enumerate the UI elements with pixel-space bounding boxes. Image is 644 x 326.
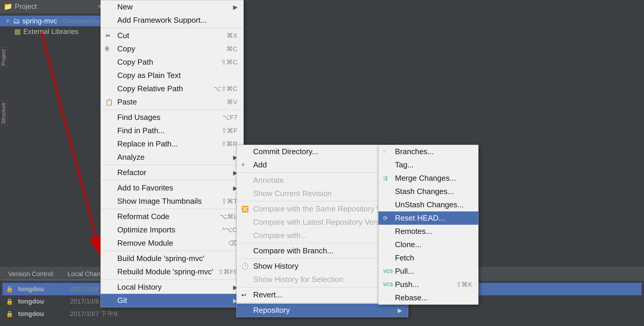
remove-module-shortcut: ⌫: [228, 239, 238, 247]
copy-relative-shortcut: ⌥⇧⌘C: [214, 85, 238, 93]
menu-item-repository[interactable]: Repository ▶: [237, 304, 408, 317]
root-folder-icon: ▼: [5, 18, 11, 25]
new-arrow: ▶: [233, 4, 238, 11]
external-libraries-label: External Libraries: [23, 27, 79, 36]
menu-item-clone[interactable]: Clone...: [378, 238, 478, 251]
tab-vc-label: Version Control:: [8, 270, 55, 278]
commit-icon-0: 🔒: [6, 286, 13, 293]
menu-item-rebase[interactable]: Rebase...: [378, 291, 478, 304]
tag-label: Tag...: [395, 160, 472, 169]
rebuild-shortcut: ⇧⌘F9: [218, 268, 238, 276]
reset-head-label: Reset HEAD...: [395, 213, 472, 223]
revert-icon: ↩: [241, 291, 248, 299]
menu-item-optimize[interactable]: Optimize Imports ^⌥O: [101, 223, 243, 237]
left-side-tab-structure[interactable]: Structure: [0, 100, 8, 126]
pull-vcs-icon: VCS: [383, 269, 390, 274]
menu-item-remotes[interactable]: Remotes...: [378, 225, 478, 238]
tree-item-external[interactable]: ▦ External Libraries: [0, 26, 106, 37]
sep-2: [101, 110, 243, 110]
root-path: ~/Documents/w: [59, 18, 100, 25]
menu-item-reset-head[interactable]: ⟳ Reset HEAD...: [378, 211, 478, 225]
compare-same-icon: 🔀: [241, 206, 248, 213]
menu-item-branches[interactable]: ⑂ Branches...: [378, 145, 478, 158]
root-name: 🗂: [13, 17, 20, 25]
repository-label: Repository: [253, 306, 393, 315]
show-history-icon: 🕐: [241, 263, 248, 270]
menu-item-refactor[interactable]: Refactor ▶: [101, 166, 243, 179]
menu-item-unstash[interactable]: UnStash Changes...: [378, 198, 478, 211]
tree-item-root[interactable]: ▼ 🗂 spring-mvc ~/Documents/w: [0, 16, 106, 26]
menu-item-find-path[interactable]: Find in Path... ⇧⌘F: [101, 124, 243, 137]
menu-item-git[interactable]: Git ▶: [101, 294, 243, 307]
copy-plain-label: Copy as Plain Text: [117, 71, 238, 80]
branches-label: Branches...: [395, 147, 472, 156]
copy-path-shortcut: ⇧⌘C: [221, 58, 238, 66]
menu-item-push[interactable]: VCS Push... ⇧⌘K: [378, 278, 478, 291]
menu-item-pull[interactable]: VCS Pull...: [378, 265, 478, 278]
menu-item-replace-path[interactable]: Replace in Path... ⇧⌘R: [101, 137, 243, 151]
find-path-label: Find in Path...: [117, 126, 217, 135]
menu-item-stash[interactable]: Stash Changes...: [378, 185, 478, 198]
refactor-label: Refactor: [117, 168, 228, 177]
menu-item-copy[interactable]: ⎘ Copy ⌘C: [101, 42, 243, 56]
paste-label: Paste: [117, 97, 222, 107]
commit-icon-2: 🔒: [6, 310, 13, 317]
stash-label: Stash Changes...: [395, 187, 472, 196]
menu-item-analyze[interactable]: Analyze ▶: [101, 151, 243, 164]
project-title: Project: [15, 2, 37, 11]
branches-icon: ⑂: [383, 149, 390, 155]
menu-item-tag[interactable]: Tag...: [378, 158, 478, 172]
cut-shortcut: ⌘X: [227, 32, 238, 40]
reformat-label: Reformat Code: [117, 212, 215, 221]
menu-item-merge-changes[interactable]: ⇶ Merge Changes...: [378, 172, 478, 185]
add-favorites-label: Add to Favorites: [117, 183, 228, 193]
menu-item-rebuild[interactable]: Rebuild Module 'spring-mvc' ⇧⌘F9: [101, 265, 243, 278]
find-usages-label: Find Usages: [117, 113, 218, 122]
pull-label: Pull...: [395, 267, 472, 276]
copy-relative-label: Copy Relative Path: [117, 84, 209, 93]
folder-icon: 📁: [4, 2, 12, 11]
left-side-tab-1[interactable]: Project: [0, 47, 8, 68]
tab-version-control[interactable]: Version Control:: [2, 268, 61, 280]
menu-item-copy-plain[interactable]: Copy as Plain Text: [101, 69, 243, 82]
fetch-label: Fetch: [395, 253, 472, 263]
menu-item-cut[interactable]: ✂ Cut ⌘X: [101, 29, 243, 42]
menu-item-copy-path[interactable]: Copy Path ⇧⌘C: [101, 56, 243, 69]
menu-item-add-favorites[interactable]: Add to Favorites ▶: [101, 181, 243, 195]
sep-5: [101, 209, 243, 209]
commit-author-1: tongdou: [18, 298, 65, 305]
menu-item-copy-relative[interactable]: Copy Relative Path ⌥⇧⌘C: [101, 82, 243, 95]
push-label: Push...: [395, 280, 451, 289]
find-path-shortcut: ⇧⌘F: [222, 127, 237, 135]
menu-item-find-usages[interactable]: Find Usages ⌥F7: [101, 111, 243, 124]
menu-item-show-thumbnails[interactable]: Show Image Thumbnails ⇧⌘T: [101, 195, 243, 208]
copy-icon: ⎘: [105, 45, 113, 52]
add-label: Add: [253, 160, 379, 169]
remotes-label: Remotes...: [395, 227, 472, 236]
menu-item-local-history[interactable]: Local History ▶: [101, 281, 243, 294]
reformat-shortcut: ⌥⌘L: [220, 213, 237, 221]
menu-item-remove-module[interactable]: Remove Module ⌫: [101, 237, 243, 250]
paste-icon: 📋: [105, 99, 113, 106]
optimize-shortcut: ^⌥O: [222, 226, 237, 234]
optimize-label: Optimize Imports: [117, 225, 217, 234]
commit-author-0: tongdou: [18, 285, 65, 293]
build-label: Build Module 'spring-mvc': [117, 254, 238, 263]
add-icon: +: [241, 162, 248, 168]
menu-item-build[interactable]: Build Module 'spring-mvc': [101, 252, 243, 265]
commit-icon-1: 🔒: [6, 298, 13, 305]
menu-item-new[interactable]: New ▶: [101, 0, 243, 14]
merge-changes-label: Merge Changes...: [395, 174, 472, 183]
copy-path-label: Copy Path: [117, 58, 216, 67]
menu-item-add-framework[interactable]: Add Framework Support...: [101, 14, 243, 27]
cut-icon: ✂: [105, 32, 113, 39]
sep-1: [101, 28, 243, 28]
push-vcs-icon: VCS: [383, 282, 390, 287]
remove-module-label: Remove Module: [117, 239, 224, 248]
sep-3: [101, 165, 243, 165]
commit-author-2: tongdou: [18, 310, 65, 318]
menu-item-fetch[interactable]: Fetch: [378, 251, 478, 265]
menu-item-paste[interactable]: 📋 Paste ⌘V: [101, 95, 243, 109]
menu-item-reformat[interactable]: Reformat Code ⌥⌘L: [101, 210, 243, 223]
sep-6: [101, 251, 243, 251]
